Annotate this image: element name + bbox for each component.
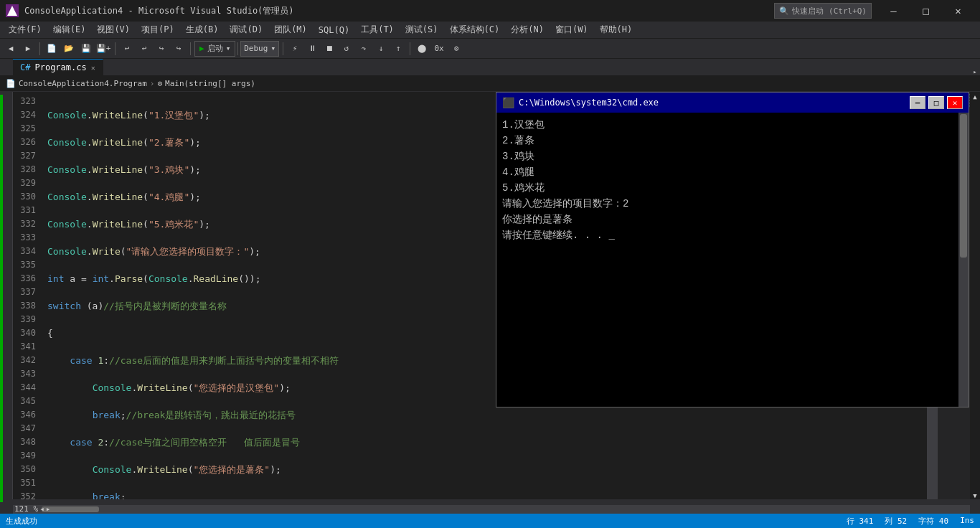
close-button[interactable]: ✕ [942, 0, 974, 22]
toolbar-back[interactable]: ◀ [3, 41, 19, 57]
toolbar-redo[interactable]: ↪ [154, 41, 169, 57]
menu-test[interactable]: 测试(S) [400, 22, 444, 38]
toolbar-redo2[interactable]: ↪ [171, 41, 187, 57]
toolbar-stepout[interactable]: ↑ [390, 41, 406, 57]
breadcrumb: 📄 ConsoleApplication4.Program › ⚙ Main(s… [0, 76, 980, 92]
start-button-group: ▶ 启动 ▾ Debug ▾ [194, 41, 279, 57]
start-label: 启动 [207, 43, 223, 54]
main-area: 323 324 325 326 327 328 329 330 331 332 … [0, 92, 980, 499]
window-controls: — □ ✕ [877, 0, 974, 22]
tabs-bar: C# Program.cs ✕ ▸ [0, 59, 980, 76]
menu-edit[interactable]: 编辑(E) [47, 22, 92, 38]
console-line-8: 请按任意键继续. . . _ [502, 227, 963, 243]
menu-tools[interactable]: 工具(T) [355, 22, 400, 38]
toolbar-stepover[interactable]: ↷ [356, 41, 372, 57]
tab-close-button[interactable]: ✕ [91, 64, 95, 72]
toolbar-sep2 [115, 42, 116, 55]
breadcrumb-namespace: ConsoleApplication4.Program [19, 79, 147, 88]
menu-sql[interactable]: SQL(Q) [313, 22, 355, 38]
toolbar-stepinto[interactable]: ↓ [373, 41, 389, 57]
toolbar-forward[interactable]: ▶ [20, 41, 36, 57]
toolbar-sep3 [190, 42, 191, 55]
menu-build[interactable]: 生成(B) [180, 22, 225, 38]
menu-help[interactable]: 帮助(H) [594, 22, 639, 38]
tab-program-cs[interactable]: C# Program.cs ✕ [13, 59, 103, 75]
breadcrumb-icon2: ⚙ [157, 79, 162, 88]
menu-team[interactable]: 团队(M) [268, 22, 313, 38]
title-text: ConsoleApplication4 - Microsoft Visual S… [24, 5, 294, 17]
scroll-up-arrow[interactable]: ▲ [973, 93, 976, 100]
zoom-level: 121 % [14, 504, 38, 514]
toolbar-attach[interactable]: ⚡ [287, 41, 303, 57]
status-col: 列 52 [885, 516, 907, 527]
console-window: ⬛ C:\Windows\system32\cmd.exe — □ ✕ 1.汉堡… [496, 92, 969, 407]
console-close[interactable]: ✕ [947, 96, 963, 109]
menu-view[interactable]: 视图(V) [91, 22, 136, 38]
toolbar-breakpoint[interactable]: ⬤ [414, 41, 430, 57]
toolbar-open[interactable]: 📂 [61, 41, 77, 57]
toolbar-pause[interactable]: ⏸ [304, 41, 320, 57]
console-titlebar: ⬛ C:\Windows\system32\cmd.exe — □ ✕ [496, 93, 969, 113]
status-row: 行 341 [847, 516, 874, 527]
debug-dropdown-arrow: ▾ [270, 44, 275, 53]
toolbar-new[interactable]: 📄 [44, 41, 60, 57]
zoom-decrease[interactable]: ◂ [39, 504, 44, 514]
status-char: 字符 40 [918, 516, 948, 527]
toolbar-hex[interactable]: 0x [431, 41, 447, 57]
toolbar-threads[interactable]: ⚙ [448, 41, 464, 57]
vs-logo [6, 4, 19, 17]
breadcrumb-sep: › [150, 79, 155, 88]
start-button[interactable]: ▶ 启动 ▾ [194, 41, 235, 57]
console-output: 1.汉堡包 2.薯条 3.鸡块 4.鸡腿 5.鸡米花 请输入您选择的项目数字：2… [496, 113, 969, 407]
console-line-4: 4.鸡腿 [502, 164, 963, 180]
toolbar-restart[interactable]: ↺ [339, 41, 354, 57]
menu-project[interactable]: 项目(P) [136, 22, 180, 38]
console-scrollbar[interactable] [958, 113, 969, 407]
menu-arch[interactable]: 体系结构(C) [444, 22, 506, 38]
console-line-5: 5.鸡米花 [502, 180, 963, 196]
console-line-7: 你选择的是薯条 [502, 212, 963, 227]
console-line-6: 请输入您选择的项目数字：2 [502, 196, 963, 212]
horizontal-scrollbar[interactable] [13, 505, 970, 514]
tab-scroll-right[interactable]: ▸ [970, 68, 980, 75]
zoom-control: 121 % ◂ ▸ [14, 504, 50, 514]
menu-bar: 文件(F) 编辑(E) 视图(V) 项目(P) 生成(B) 调试(D) 团队(M… [0, 22, 980, 39]
scroll-down-arrow[interactable]: ▼ [973, 492, 976, 499]
toolbar-stop[interactable]: ⏹ [321, 41, 337, 57]
console-scrollbar-thumb[interactable] [960, 114, 967, 258]
tab-icon: C# [20, 62, 30, 72]
quick-launch-bar[interactable]: 🔍 快速启动 (Ctrl+Q) [774, 3, 872, 19]
code-line: Console.WriteLine("您选择的是薯条"); [47, 463, 931, 476]
console-line-2: 2.薯条 [502, 133, 963, 148]
debug-dropdown[interactable]: Debug ▾ [240, 41, 279, 57]
code-line: break;//break是跳转语句，跳出最近的花括号 [47, 408, 931, 422]
active-line-indicator [0, 95, 3, 502]
zoom-increase[interactable]: ▸ [46, 504, 51, 514]
menu-file[interactable]: 文件(F) [3, 22, 47, 38]
toolbar-undo2[interactable]: ↩ [136, 41, 152, 57]
status-mode: Ins [960, 516, 974, 527]
console-minimize[interactable]: — [910, 96, 925, 109]
status-bar: 生成成功 行 341 列 52 字符 40 Ins [0, 514, 980, 528]
code-line: break; [47, 490, 931, 499]
toolbar-save[interactable]: 💾 [78, 41, 94, 57]
minimize-button[interactable]: — [877, 0, 910, 22]
console-maximize[interactable]: □ [928, 96, 944, 109]
menu-analyze[interactable]: 分析(N) [505, 22, 550, 38]
menu-window[interactable]: 窗口(W) [550, 22, 594, 38]
editor-container[interactable]: 323 324 325 326 327 328 329 330 331 332 … [13, 92, 980, 499]
right-indicator: ▲ ▼ [970, 92, 980, 499]
debug-label: Debug [244, 44, 268, 53]
console-line-1: 1.汉堡包 [502, 117, 963, 133]
toolbar-undo[interactable]: ↩ [119, 41, 135, 57]
code-line: case 2://case与值之间用空格空开 值后面是冒号 [47, 435, 931, 449]
toolbar: ◀ ▶ 📄 📂 💾 💾+ ↩ ↩ ↪ ↪ ▶ 启动 ▾ Debug ▾ ⚡ ⏸ … [0, 39, 980, 59]
console-line-3: 3.鸡块 [502, 148, 963, 164]
toolbar-saveall[interactable]: 💾+ [95, 41, 111, 57]
activity-bar [0, 92, 13, 499]
status-right: 行 341 列 52 字符 40 Ins [847, 516, 974, 527]
start-dropdown-arrow[interactable]: ▾ [226, 44, 231, 53]
status-left: 生成成功 [6, 516, 37, 527]
menu-debug[interactable]: 调试(D) [224, 22, 268, 38]
maximize-button[interactable]: □ [910, 0, 942, 22]
